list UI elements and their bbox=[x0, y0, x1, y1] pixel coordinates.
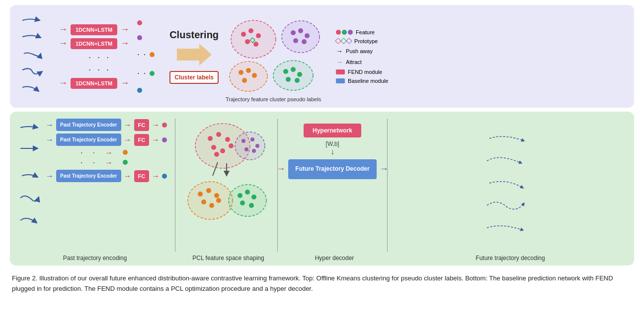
hyper-decoder-section: Hypernetwork [W,b] ↓ → Future Trajectory… bbox=[283, 119, 382, 179]
arrow-right-3: → bbox=[59, 38, 68, 49]
svg-point-47 bbox=[229, 185, 266, 216]
svg-point-4 bbox=[256, 33, 261, 38]
legend-push-away: → Push away bbox=[336, 47, 388, 55]
red-arrow-1: → bbox=[124, 121, 132, 130]
arrow-right-5: → bbox=[59, 78, 68, 88]
svg-point-8 bbox=[291, 30, 296, 35]
blue-arrow-3: → bbox=[46, 135, 54, 144]
legend-feature-label: Feature bbox=[356, 29, 375, 35]
legend-rect-fend bbox=[336, 69, 345, 74]
svg-point-31 bbox=[214, 152, 219, 157]
out-dot-purple-1 bbox=[162, 137, 167, 142]
dots-1: · · · bbox=[88, 52, 129, 63]
svg-point-15 bbox=[246, 68, 251, 73]
b-dot-2: · bbox=[92, 148, 94, 157]
out-dot-red-1 bbox=[162, 123, 167, 128]
svg-point-29 bbox=[220, 148, 225, 153]
past-encoding-label: Past trajectory encoding bbox=[18, 255, 172, 262]
legend-fend-label: FEND module bbox=[348, 69, 382, 75]
fc-box-3: FC bbox=[134, 170, 150, 182]
svg-point-35 bbox=[255, 144, 259, 148]
legend-baseline-label: Baseline module bbox=[348, 78, 388, 84]
fc-box-1: FC bbox=[134, 119, 150, 131]
b-dot-orange bbox=[123, 150, 128, 155]
blue-arrow-5: → bbox=[46, 172, 54, 181]
clustering-word: Clustering bbox=[169, 29, 219, 41]
legend-attract-label: Attract bbox=[346, 59, 362, 65]
svg-point-17 bbox=[242, 78, 247, 83]
dot-red-1 bbox=[137, 20, 142, 25]
divider-2 bbox=[277, 119, 278, 252]
cnn-lstm-3: 1DCNN+LSTM bbox=[71, 78, 117, 89]
svg-point-30 bbox=[229, 143, 234, 148]
dot-purple-1 bbox=[137, 35, 142, 40]
red-arrow-to-decoder: → bbox=[276, 164, 285, 174]
svg-point-11 bbox=[293, 38, 298, 43]
svg-point-49 bbox=[245, 190, 250, 195]
dot-green-1 bbox=[150, 71, 155, 76]
svg-point-40 bbox=[188, 182, 233, 219]
svg-point-22 bbox=[286, 77, 291, 82]
legend-dot-purple bbox=[348, 30, 353, 35]
bottom-panel: → Past Trajectory Encoder → FC → → Past … bbox=[10, 112, 634, 266]
bottom-dot-row-1: · · → bbox=[80, 148, 170, 157]
legend-feature-dots bbox=[336, 30, 353, 35]
b-dot-1: · bbox=[80, 148, 82, 157]
wb-section: [W,b] ↓ bbox=[325, 140, 339, 156]
arrow-right-6: → bbox=[120, 78, 129, 88]
arrow-right-1: → bbox=[59, 24, 68, 35]
legend-push-arrow: → bbox=[336, 47, 343, 55]
svg-point-12 bbox=[302, 39, 307, 44]
top-trajectories-svg bbox=[20, 13, 47, 100]
svg-point-52 bbox=[249, 203, 254, 208]
cnn-row-3: → 1DCNN+LSTM → bbox=[59, 78, 129, 89]
svg-point-51 bbox=[240, 200, 245, 205]
b-dot-3: · bbox=[80, 158, 82, 167]
svg-point-32 bbox=[235, 132, 265, 160]
legend-prototype: Prototype bbox=[336, 38, 388, 44]
legend-fend: FEND module bbox=[336, 69, 388, 75]
svg-point-46 bbox=[216, 198, 221, 203]
future-traj-svg bbox=[480, 124, 539, 243]
encoder-box-3: Past Trajectory Encoder bbox=[56, 170, 121, 182]
decoder-row: → Future Trajectory Decoder → bbox=[276, 159, 388, 179]
svg-point-37 bbox=[252, 149, 256, 153]
hypernetwork-box: Hypernetwork bbox=[304, 124, 361, 137]
hyper-decoder-label: Hyper decoder bbox=[285, 255, 384, 262]
divider-1 bbox=[175, 119, 175, 252]
encoder-box-2: Past Trajectory Encoder bbox=[56, 133, 121, 146]
svg-point-50 bbox=[251, 195, 256, 199]
red-arrow-2: → bbox=[152, 121, 160, 130]
svg-point-36 bbox=[244, 147, 248, 151]
svg-point-6 bbox=[253, 42, 258, 47]
svg-point-14 bbox=[239, 70, 243, 75]
dot-row-2 bbox=[137, 35, 155, 40]
divider-3 bbox=[387, 119, 388, 252]
cnn-section: → 1DCNN+LSTM → → 1DCNN+LSTM → · · · · · … bbox=[59, 24, 129, 89]
output-dots-top: · · · · bbox=[137, 20, 155, 93]
legend-attract: → Attract bbox=[336, 58, 388, 66]
encoder-row-3: → Past Trajectory Encoder → FC → bbox=[46, 170, 170, 182]
svg-point-44 bbox=[201, 199, 206, 204]
wb-label: [W,b] bbox=[325, 140, 339, 147]
future-decoder-box: Future Trajectory Decoder bbox=[288, 159, 376, 179]
svg-point-41 bbox=[198, 192, 203, 197]
dot-row-dots2: · · bbox=[137, 69, 155, 78]
mid-dots-2: · bbox=[144, 50, 146, 59]
bottom-trajectories-svg bbox=[18, 119, 42, 243]
b-arrow-r2: → bbox=[105, 158, 113, 167]
b-dot-4: · bbox=[92, 158, 94, 167]
top-panel: → 1DCNN+LSTM → → 1DCNN+LSTM → · · · · · … bbox=[10, 5, 634, 108]
dots-rows: · · · · · · bbox=[59, 52, 129, 75]
red-arrow-3: → bbox=[124, 135, 132, 144]
traj-feature-label: Trajectory feature cluster pseudo labels bbox=[224, 96, 323, 102]
legend-baseline: Baseline module bbox=[336, 78, 388, 84]
svg-point-43 bbox=[214, 193, 219, 198]
future-traj-section bbox=[393, 119, 626, 243]
svg-point-7 bbox=[282, 21, 320, 53]
pcl-section bbox=[180, 119, 272, 235]
legend-attract-arrow: → bbox=[336, 58, 343, 66]
legend-rect-baseline bbox=[336, 78, 345, 83]
legend-prototype-diamonds bbox=[336, 39, 351, 43]
fc-box-2: FC bbox=[134, 134, 150, 146]
